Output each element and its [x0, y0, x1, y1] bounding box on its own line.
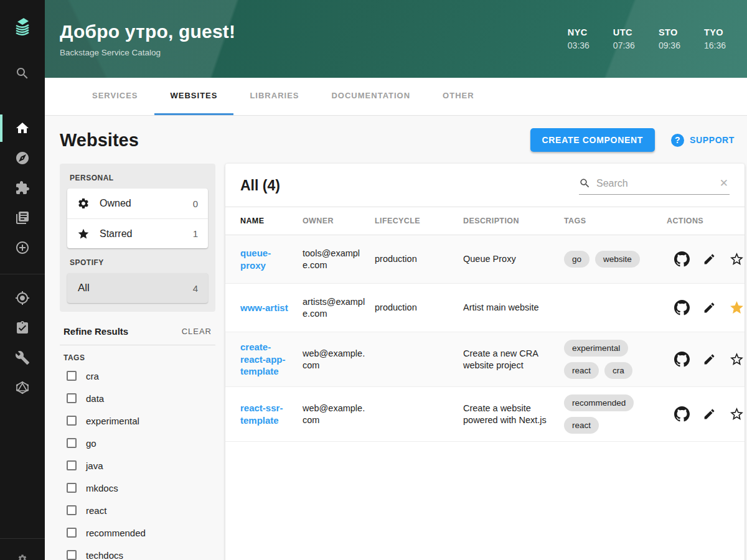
tab-libraries[interactable]: LIBRARIES [233, 78, 315, 115]
clipboard-check-icon [15, 320, 30, 335]
edit-icon[interactable] [703, 408, 716, 421]
star-outline-icon[interactable] [729, 352, 745, 367]
support-button[interactable]: ? SUPPORT [671, 134, 735, 147]
description-cell: Create a new CRA website project [463, 348, 557, 371]
tag-filter-techdocs[interactable]: techdocs [63, 544, 212, 560]
search-input[interactable] [596, 178, 718, 189]
tag-filter-mkdocs[interactable]: mkdocs [63, 477, 212, 499]
filter-owned[interactable]: Owned 0 [67, 189, 208, 218]
entity-link[interactable]: queue-proxy [240, 247, 295, 271]
greeting-title: Добро утро, guest! [60, 21, 235, 42]
entity-link[interactable]: react-ssr-template [240, 402, 295, 426]
tag-filter-recommended[interactable]: recommended [63, 521, 212, 544]
tab-websites[interactable]: WEBSITES [154, 78, 234, 115]
owned-count: 0 [193, 198, 198, 209]
checkbox-mkdocs[interactable] [67, 483, 77, 493]
checkbox-techdocs[interactable] [67, 550, 77, 560]
catalog-table-card: All (4) ✕ NAME OWNER LIFECYCLE [225, 164, 745, 560]
star-filled-icon[interactable] [729, 300, 745, 315]
github-icon[interactable] [674, 352, 690, 367]
personal-group-label: PERSONAL [70, 174, 205, 182]
column-description[interactable]: DESCRIPTION [463, 217, 564, 225]
clock-tyo: TYO 16:36 [704, 27, 726, 50]
greeting-subtitle: Backstage Service Catalog [60, 48, 235, 57]
tag-filter-go[interactable]: go [63, 432, 212, 454]
checkbox-go[interactable] [67, 438, 77, 448]
sidebar-divider [0, 274, 45, 274]
tags-section-label: TAGS [63, 353, 212, 362]
backstage-logo-icon[interactable] [0, 0, 45, 45]
description-cell: Artist main website [463, 302, 557, 314]
table-search[interactable]: ✕ [579, 177, 730, 195]
settings-gear-icon[interactable] [0, 548, 45, 560]
column-owner[interactable]: OWNER [303, 217, 375, 225]
entity-link[interactable]: create-react-app-template [240, 341, 295, 378]
support-label: SUPPORT [690, 135, 735, 145]
owned-label: Owned [100, 198, 131, 209]
sidebar-item-plugins[interactable] [0, 173, 45, 203]
owner-cell: tools@example.com [303, 248, 366, 271]
entity-link[interactable]: www-artist [240, 302, 295, 314]
world-clocks: NYC 03:36 UTC 07:36 STO 09:36 TYO 16:36 [568, 27, 726, 50]
tag-filter-cra[interactable]: cra [63, 365, 212, 387]
star-outline-icon[interactable] [729, 251, 745, 267]
tag-filter-experimental[interactable]: experimental [63, 409, 212, 432]
filter-starred[interactable]: Starred 1 [67, 218, 208, 248]
github-icon[interactable] [674, 251, 690, 267]
edit-icon[interactable] [703, 301, 716, 314]
sidebar-item-home[interactable] [0, 113, 45, 143]
my-location-icon [15, 291, 30, 306]
checkbox-cra[interactable] [67, 371, 77, 381]
tag-filter-data[interactable]: data [63, 387, 212, 409]
compass-icon [15, 151, 30, 166]
column-tags[interactable]: TAGS [564, 217, 667, 225]
search-clear-icon[interactable]: ✕ [718, 177, 730, 190]
sidebar-item-graphiql[interactable] [0, 373, 45, 403]
sidebar-item-docs[interactable] [0, 203, 45, 233]
star-icon [77, 228, 90, 240]
checkbox-java[interactable] [67, 460, 77, 470]
tag-pill: recommended [564, 394, 634, 411]
checkbox-react[interactable] [67, 505, 77, 515]
sidebar-rail [0, 0, 45, 560]
github-icon[interactable] [674, 406, 690, 422]
owner-cell: artists@example.com [303, 296, 366, 320]
home-icon [15, 121, 30, 136]
checkbox-experimental[interactable] [67, 416, 77, 426]
checkbox-recommended[interactable] [67, 528, 77, 538]
filter-all[interactable]: All 4 [67, 273, 208, 303]
sidebar-item-tasks[interactable] [0, 313, 45, 343]
wrench-icon [15, 350, 30, 365]
edit-icon[interactable] [703, 353, 716, 366]
tab-other[interactable]: OTHER [426, 78, 491, 115]
tag-filter-java[interactable]: java [63, 454, 212, 477]
column-name[interactable]: NAME [240, 217, 303, 225]
sidebar-item-tech-radar[interactable] [0, 283, 45, 313]
content-area: Websites CREATE COMPONENT ? SUPPORT PERS… [45, 115, 747, 560]
refine-title: Refine Results [63, 326, 128, 337]
search-icon [579, 177, 591, 189]
tab-services[interactable]: SERVICES [76, 78, 154, 115]
lifecycle-cell: production [375, 253, 463, 265]
owner-cell: web@example.com [303, 403, 366, 426]
checkbox-data[interactable] [67, 393, 77, 403]
sidebar-search-icon[interactable] [0, 58, 45, 88]
edit-icon[interactable] [703, 253, 716, 266]
create-component-button[interactable]: CREATE COMPONENT [530, 128, 655, 152]
star-outline-icon[interactable] [729, 406, 745, 422]
sidebar-item-tools[interactable] [0, 343, 45, 373]
sidebar-item-explore[interactable] [0, 143, 45, 173]
table-row: queue-proxy tools@example.com production… [225, 235, 745, 284]
description-cell: Create a website powered with Next.js [463, 403, 557, 426]
clear-filters-button[interactable]: CLEAR [182, 327, 212, 336]
sidebar-item-create[interactable] [0, 233, 45, 263]
ownership-filter-panel: PERSONAL Owned 0 [60, 164, 215, 312]
tag-pill: go [564, 251, 590, 268]
github-icon[interactable] [674, 300, 690, 315]
column-lifecycle[interactable]: LIFECYCLE [375, 217, 463, 225]
tag-pill: react [564, 417, 599, 434]
tag-filter-react[interactable]: react [63, 499, 212, 521]
tag-pill: website [595, 251, 640, 268]
table-row: www-artist artists@example.com productio… [225, 284, 745, 332]
tab-documentation[interactable]: DOCUMENTATION [315, 78, 426, 115]
